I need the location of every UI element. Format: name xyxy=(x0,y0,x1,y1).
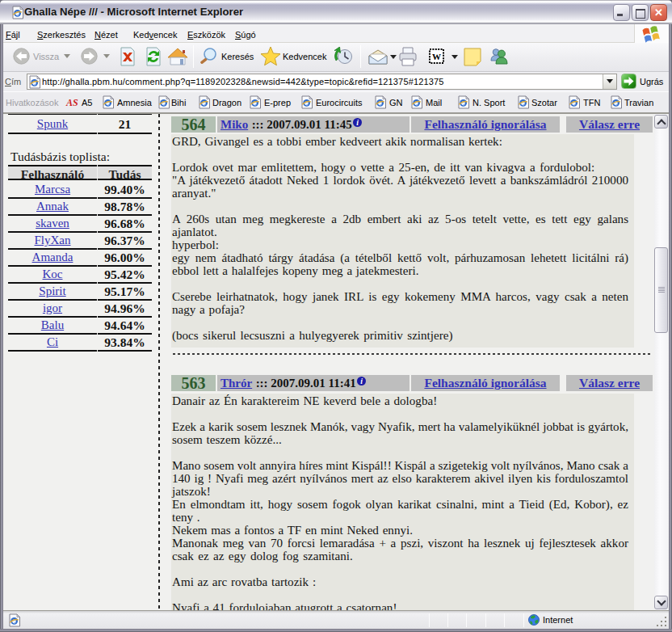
svg-text:W: W xyxy=(432,52,441,61)
